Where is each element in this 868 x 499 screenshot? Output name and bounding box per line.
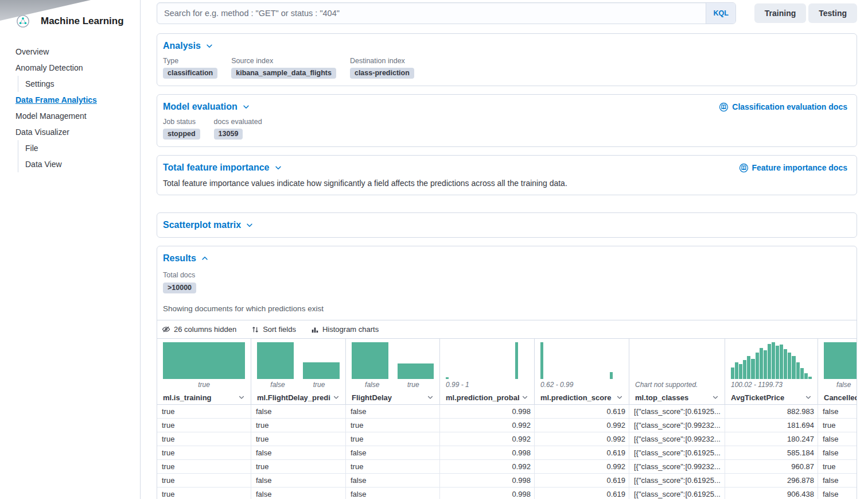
chart-not-supported-note: Chart not supported. xyxy=(635,381,698,389)
table-cell[interactable]: 0.998 xyxy=(440,446,535,459)
table-cell[interactable]: false xyxy=(346,474,440,487)
table-cell[interactable]: true xyxy=(818,460,857,473)
feature-importance-section-toggle[interactable]: Total feature importance xyxy=(163,163,282,173)
table-cell[interactable]: true xyxy=(346,419,440,432)
table-cell[interactable]: 181.694 xyxy=(725,419,818,432)
table-cell[interactable]: true xyxy=(157,446,251,459)
analysis-section-title: Analysis xyxy=(163,41,201,51)
sidebar-item-overview[interactable]: Overview xyxy=(15,44,133,60)
sidebar-item-data-visualizer[interactable]: Data Visualizer xyxy=(15,124,133,140)
column-menu-chevron-icon[interactable] xyxy=(712,394,719,401)
table-cell[interactable]: 585.184 xyxy=(725,446,818,459)
column-header-ml-prediction-probability[interactable]: ml.prediction_probability xyxy=(446,390,528,404)
table-cell[interactable]: true xyxy=(346,460,440,473)
table-cell[interactable]: 906.438 xyxy=(725,488,818,499)
table-cell[interactable]: true xyxy=(818,419,857,432)
column-header-ml-is-training[interactable]: ml.is_training xyxy=(163,390,245,404)
table-cell[interactable]: false xyxy=(818,432,857,446)
table-cell[interactable]: 0.992 xyxy=(535,419,629,432)
table-cell[interactable]: 0.992 xyxy=(440,432,535,446)
sidebar-nav: OverviewAnomaly DetectionSettingsData Fr… xyxy=(15,44,133,172)
column-menu-chevron-icon[interactable] xyxy=(427,394,434,401)
table-cell[interactable]: false xyxy=(818,488,857,499)
table-cell[interactable]: [{"class_score":[0.99232... xyxy=(629,419,725,432)
table-cell[interactable]: false xyxy=(818,405,857,418)
table-cell[interactable]: true xyxy=(157,405,251,418)
table-cell[interactable]: 0.992 xyxy=(535,460,629,473)
histogram-bar xyxy=(780,345,783,379)
table-cell[interactable]: false xyxy=(251,488,346,499)
table-cell[interactable]: 0.992 xyxy=(440,419,535,432)
table-row: truefalsefalse0.9980.619[{"class_score":… xyxy=(157,488,857,499)
table-cell[interactable]: 0.992 xyxy=(535,432,629,446)
table-cell[interactable]: 0.619 xyxy=(535,405,629,418)
table-cell[interactable]: false xyxy=(251,474,346,487)
column-header-ml-flightdelay-prediction[interactable]: ml.FlightDelay_prediction xyxy=(257,390,340,404)
column-menu-chevron-icon[interactable] xyxy=(333,394,340,401)
column-menu-chevron-icon[interactable] xyxy=(616,394,623,401)
column-header-cancelled[interactable]: Cancelled xyxy=(824,390,857,404)
column-header-ml-top-classes[interactable]: ml.top_classes xyxy=(635,390,719,404)
results-section-toggle[interactable]: Results xyxy=(163,253,209,264)
table-cell[interactable]: true xyxy=(346,432,440,446)
table-cell[interactable]: [{"class_score":[0.61925... xyxy=(629,474,725,487)
training-button[interactable]: Training xyxy=(754,3,806,23)
scatterplot-matrix-section-toggle[interactable]: Scatterplot matrix xyxy=(163,220,254,230)
table-cell[interactable]: true xyxy=(251,460,346,473)
table-row: truefalsefalse0.9980.619[{"class_score":… xyxy=(157,446,857,460)
table-cell[interactable]: 0.619 xyxy=(535,474,629,487)
table-cell[interactable]: true xyxy=(157,488,251,499)
column-menu-chevron-icon[interactable] xyxy=(521,394,528,401)
kql-button[interactable]: KQL xyxy=(706,3,735,24)
testing-button[interactable]: Testing xyxy=(808,3,857,23)
column-header-flightdelay[interactable]: FlightDelay xyxy=(352,390,434,404)
histogram-charts-button[interactable]: Histogram charts xyxy=(311,325,379,334)
feature-importance-docs-link[interactable]: Feature importance docs xyxy=(739,163,848,173)
table-cell[interactable]: 0.998 xyxy=(440,405,535,418)
columns-hidden-button[interactable]: 26 columns hidden xyxy=(162,325,236,334)
table-cell[interactable]: true xyxy=(157,460,251,473)
column-menu-chevron-icon[interactable] xyxy=(238,394,245,401)
classification-evaluation-docs-link[interactable]: Classification evaluation docs xyxy=(719,102,847,112)
table-cell[interactable]: true xyxy=(157,419,251,432)
table-cell[interactable]: 0.998 xyxy=(440,474,535,487)
analysis-section-toggle[interactable]: Analysis xyxy=(163,41,213,51)
sidebar-item-settings[interactable]: Settings xyxy=(18,76,133,92)
column-header-ml-prediction-score[interactable]: ml.prediction_score xyxy=(540,390,623,404)
table-cell[interactable]: false xyxy=(346,488,440,499)
table-cell[interactable]: 0.992 xyxy=(440,460,535,473)
sidebar-item-data-frame-analytics[interactable]: Data Frame Analytics xyxy=(15,92,133,108)
table-cell[interactable]: 960.87 xyxy=(725,460,818,473)
table-cell[interactable]: [{"class_score":[0.61925... xyxy=(629,446,725,459)
model-evaluation-section-toggle[interactable]: Model evaluation xyxy=(163,102,250,112)
table-cell[interactable]: [{"class_score":[0.99232... xyxy=(629,432,725,446)
table-cell[interactable]: false xyxy=(818,446,857,459)
search-input[interactable] xyxy=(157,3,706,24)
table-cell[interactable]: 882.983 xyxy=(725,405,818,418)
sidebar-item-data-view[interactable]: Data View xyxy=(18,156,133,172)
table-cell[interactable]: true xyxy=(157,432,251,446)
table-cell[interactable]: true xyxy=(251,432,346,446)
table-cell[interactable]: false xyxy=(346,405,440,418)
sidebar-item-file[interactable]: File xyxy=(18,140,133,156)
table-cell[interactable]: 180.247 xyxy=(725,432,818,446)
table-cell[interactable]: 0.619 xyxy=(535,446,629,459)
table-cell[interactable]: 0.619 xyxy=(535,488,629,499)
table-cell[interactable]: false xyxy=(818,474,857,487)
sort-fields-button[interactable]: Sort fields xyxy=(251,325,296,334)
column-menu-chevron-icon[interactable] xyxy=(805,394,812,401)
table-cell[interactable]: false xyxy=(251,446,346,459)
table-cell[interactable]: true xyxy=(157,474,251,487)
sidebar-item-model-management[interactable]: Model Management xyxy=(15,108,133,124)
table-cell[interactable]: true xyxy=(251,419,346,432)
table-cell[interactable]: [{"class_score":[0.61925... xyxy=(629,488,725,499)
table-cell[interactable]: [{"class_score":[0.61925... xyxy=(629,405,725,418)
column-header-avgticketprice[interactable]: AvgTicketPrice xyxy=(731,390,812,404)
table-cell[interactable]: false xyxy=(346,446,440,459)
histogram-charts-label: Histogram charts xyxy=(322,325,379,334)
sidebar-item-anomaly-detection[interactable]: Anomaly Detection xyxy=(15,60,133,76)
table-cell[interactable]: 296.878 xyxy=(725,474,818,487)
table-cell[interactable]: 0.998 xyxy=(440,488,535,499)
table-cell[interactable]: false xyxy=(251,405,346,418)
table-cell[interactable]: [{"class_score":[0.99232... xyxy=(629,460,725,473)
